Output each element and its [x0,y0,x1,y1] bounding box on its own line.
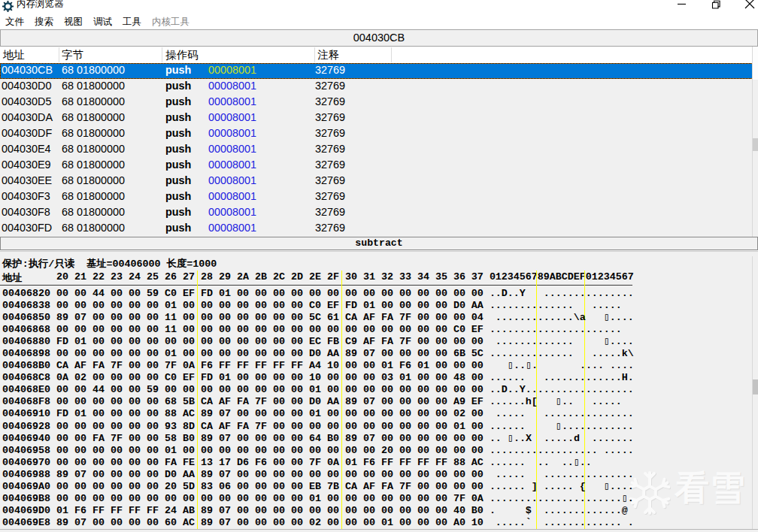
hexdump-row[interactable]: 00406868 00 00 00 00 00 00 11 00 00 00 0… [2,324,754,336]
memory-browser-window: 内存浏览器 文件搜索视图调试工具内核工具 004030CB 地址 字节 操作码 … [0,0,758,532]
disasm-row[interactable]: 004030DA68 01800000push0000800132769 [0,110,753,126]
hexdump-row[interactable]: 00406850 89 07 00 00 00 00 11 00 00 00 0… [2,312,754,324]
disasm-row[interactable]: 004030FD68 01800000push0000800132769 [0,221,753,237]
hex-address: 004068B0 [2,360,50,371]
hexdump-row[interactable]: 004068E0 00 00 44 00 00 59 00 00 00 00 0… [2,384,754,396]
hexdump-row[interactable]: 00406838 00 00 00 00 00 00 01 00 00 00 0… [2,300,754,312]
hexdump-row[interactable]: 004069B8 00 00 00 00 00 00 00 00 00 00 0… [2,493,754,505]
disasm-address: 004030E4 [2,143,51,155]
disasm-row[interactable]: 004030D068 01800000push0000800132769 [0,79,753,95]
hexdump-row[interactable]: 00406898 00 00 00 00 00 00 01 00 00 00 0… [2,348,754,360]
disasm-row[interactable]: 004030CB68 01800000push0000800132769 [0,63,753,79]
disasm-mnemonic: push [165,64,191,76]
menu-item-视图[interactable]: 视图 [59,14,88,29]
disasm-address: 004030E9 [2,159,51,171]
hex-address: 00406928 [2,421,50,432]
column-separator[interactable] [391,47,392,62]
disasm-row[interactable]: 004030E468 01800000push0000800132769 [0,142,753,158]
column-separator[interactable] [162,47,162,62]
hex-bytes: 00 00 00 00 00 00 FA FE 13 17 D6 F6 00 0… [56,457,484,468]
hex-bytes: 01 F6 FF FF FF FF 24 AB 89 07 00 00 00 0… [56,505,484,516]
disasm-operand: 00008001 [208,64,256,76]
disasm-bytes: 68 01800000 [62,206,125,218]
menu-item-工具[interactable]: 工具 [117,14,147,29]
hex-address: 00406940 [2,433,50,444]
hex-bytes: 00 00 00 00 00 00 00 00 00 00 00 00 00 0… [56,493,484,504]
disasm-operand: 00008001 [208,80,256,92]
disasm-row[interactable]: 004030DF68 01800000push0000800132769 [0,126,753,142]
disasm-comment: 32769 [315,64,345,76]
disasm-comment: 32769 [315,127,345,139]
disasm-bytes: 68 01800000 [62,222,125,234]
hex-address: 004069B8 [2,493,50,504]
disasm-bytes: 68 01800000 [62,190,125,202]
hexdump-row[interactable]: 004068C8 0A 02 00 00 00 00 C0 EF FD 01 0… [2,372,754,384]
hexdump-row[interactable]: 004069D0 01 F6 FF FF FF FF 24 AB 89 07 0… [2,505,754,517]
hex-address: 004068E0 [2,384,50,395]
hexdump-row[interactable]: 004069E8 89 07 00 00 00 00 60 AC 89 07 0… [2,517,754,529]
disasm-scrollbar-thumb[interactable] [753,138,758,151]
disasm-operand: 00008001 [208,159,256,171]
hex-address: 00406898 [2,348,50,359]
disasm-row[interactable]: 004030D568 01800000push0000800132769 [0,95,753,110]
hex-address: 00406820 [2,288,50,299]
disasm-address: 004030F8 [2,206,50,218]
hexdump-row[interactable]: 00406910 FD 01 00 00 00 00 88 AC 89 07 0… [2,408,754,420]
minimize-button[interactable] [665,0,699,11]
hex-bytes: 00 00 00 00 00 00 01 00 00 00 00 00 00 0… [56,300,484,311]
column-header-address[interactable]: 地址 [3,48,25,62]
hexdump-row[interactable]: 00406820 00 00 44 00 00 59 C0 EF FD 01 0… [2,288,754,300]
hex-ascii-ruler: 0123456789ABCDEF01234567 [490,271,634,283]
hex-ascii: ..... ............... [490,408,634,419]
hex-ascii: ......h[ ▯.. ..... [490,396,634,407]
hex-address: 004069D0 [2,505,50,516]
hexdump-row[interactable]: 00406970 00 00 00 00 00 00 FA FE 13 17 D… [2,457,754,469]
hex-bytes: 00 00 00 00 00 00 01 00 00 00 00 00 00 0… [56,348,484,359]
disasm-operand: 00008001 [208,111,256,123]
section-separator-bar[interactable]: subtract [0,237,758,250]
disasm-operand: 00008001 [208,143,256,155]
disasm-row[interactable]: 004030E968 01800000push0000800132769 [0,158,753,174]
hex-ascii: ...................... [490,324,634,335]
disasm-address: 004030D0 [2,80,51,92]
disasm-address: 004030DF [2,127,52,139]
menu-item-调试[interactable]: 调试 [88,14,117,29]
hexdump-row[interactable]: 00406958 00 00 00 00 00 00 01 00 00 00 0… [2,445,754,457]
disasm-mnemonic: push [165,80,191,92]
disasm-bytes: 68 01800000 [62,159,125,171]
hex-address: 004068C8 [2,372,50,383]
hexdump-protection-info: 保护:执行/只读 基址=00406000 长度=1000 [2,257,217,271]
hex-ascii: . $ .............@ [490,505,634,516]
disasm-mnemonic: push [165,111,191,123]
disasm-row[interactable]: 004030F868 01800000push0000800132769 [0,205,753,221]
column-header-comment[interactable]: 注释 [317,48,339,62]
hexdump-row[interactable]: 00406928 00 00 00 00 00 00 93 8D CA AF F… [2,421,754,433]
menu-item-内核工具[interactable]: 内核工具 [147,14,195,29]
menu-item-搜索[interactable]: 搜索 [29,14,59,29]
column-separator[interactable] [59,47,59,62]
hex-ascii: ..... ............... [490,469,634,480]
hex-ascii: ...... .............H. [490,372,634,383]
hex-bytes: 00 00 44 00 00 59 C0 EF FD 01 00 00 00 0… [56,288,484,299]
disasm-row[interactable]: 004030F368 01800000push0000800132769 [0,189,753,205]
column-separator[interactable] [314,47,315,62]
hexdump-address-label: 地址 [2,271,23,285]
column-header-bytes[interactable]: 字节 [62,48,83,62]
close-button[interactable] [732,0,758,11]
hexdump-row[interactable]: 004068B0 CA AF FA 7F 00 00 7F 0A F6 FF F… [2,360,754,372]
hexdump-row[interactable]: 00406880 FD 01 00 00 00 00 00 00 00 00 0… [2,336,754,348]
hexdump-row[interactable]: 00406940 00 00 FA 7F 00 00 58 B0 89 07 0… [2,433,754,445]
address-bar[interactable]: 004030CB [0,29,758,47]
disasm-operand: 00008001 [208,206,256,218]
disasm-comment: 32769 [315,222,345,234]
disasm-comment: 32769 [315,159,345,171]
menu-item-文件[interactable]: 文件 [0,14,29,29]
disasm-row[interactable]: 004030EE68 01800000push0000800132769 [0,174,753,189]
disasm-operand: 00008001 [208,222,256,234]
restore-button[interactable] [699,0,732,11]
hexdump-row[interactable]: 004069A0 00 00 00 00 00 00 20 5D 83 06 0… [2,481,754,493]
disasm-comment: 32769 [315,80,345,92]
hexdump-row[interactable]: 004068F8 00 00 00 00 00 00 68 5B CA AF F… [2,396,754,408]
column-header-opcode[interactable]: 操作码 [165,48,199,62]
hexdump-row[interactable]: 00406988 89 07 00 00 00 00 D0 AA 89 07 0… [2,469,754,481]
